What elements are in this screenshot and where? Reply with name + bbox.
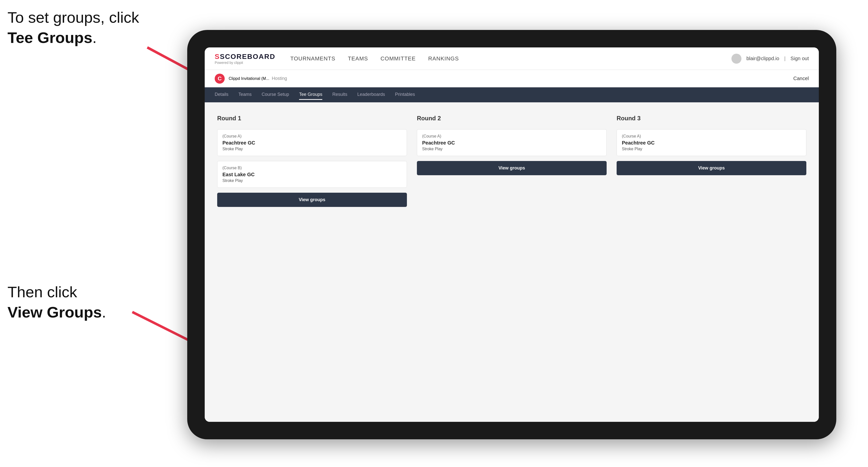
round-3-course-a-format: Stroke Play [622,147,801,151]
instruction-bottom-suffix: . [102,304,106,321]
round-1-course-a-label: (Course A) [222,134,402,138]
nav-rankings[interactable]: RANKINGS [428,54,459,64]
tab-leaderboards[interactable]: Leaderboards [357,90,385,100]
tab-results[interactable]: Results [332,90,347,100]
user-email: blair@clippd.io [746,56,779,61]
round-1-course-a-card: (Course A) Peachtree GC Stroke Play [217,129,407,156]
logo-full: SCOREBOARD [220,53,275,60]
round-2-column: Round 2 (Course A) Peachtree GC Stroke P… [417,115,607,409]
round-3-course-a-card: (Course A) Peachtree GC Stroke Play [617,129,806,156]
sign-out-link[interactable]: Sign out [790,56,809,61]
round-3-course-a-label: (Course A) [622,134,801,138]
nav-teams[interactable]: TEAMS [348,54,368,64]
round-1-title: Round 1 [217,115,407,122]
instruction-bottom-line1: Then click [7,283,77,301]
nav-tournaments[interactable]: TOURNAMENTS [290,54,336,64]
round-1-column: Round 1 (Course A) Peachtree GC Stroke P… [217,115,407,409]
main-content: Round 1 (Course A) Peachtree GC Stroke P… [205,102,819,422]
tab-bar: Details Teams Course Setup Tee Groups Re… [205,87,819,102]
nav-links: TOURNAMENTS TEAMS COMMITTEE RANKINGS [290,54,732,64]
tournament-logo: C [215,74,225,84]
round-2-title: Round 2 [417,115,607,122]
round-1-course-b-format: Stroke Play [222,179,402,183]
round-1-course-a-format: Stroke Play [222,147,402,151]
instruction-top-line1: To set groups, click [7,9,139,26]
round-3-view-groups-button[interactable]: View groups [617,161,806,175]
round-2-course-a-label: (Course A) [422,134,601,138]
hosting-badge: Hosting [272,76,287,81]
tab-details[interactable]: Details [215,90,228,100]
round-1-view-groups-button[interactable]: View groups [217,193,407,207]
logo-c: S [215,53,220,60]
round-3-column: Round 3 (Course A) Peachtree GC Stroke P… [617,115,806,409]
round-3-course-a-name: Peachtree GC [622,140,801,146]
tab-teams[interactable]: Teams [239,90,252,100]
round-2-course-a-name: Peachtree GC [422,140,601,146]
tournament-name: Clippd Invitational (M... [229,76,269,81]
nav-committee[interactable]: COMMITTEE [380,54,416,64]
nav-right: blair@clippd.io | Sign out [732,54,809,64]
logo-sub: Powered by clippit [215,61,275,65]
instruction-bottom: Then click View Groups. [7,282,106,322]
round-2-course-a-format: Stroke Play [422,147,601,151]
logo-area: SSCOREBOARD Powered by clippit [215,53,275,65]
round-1-course-b-card: (Course B) East Lake GC Stroke Play [217,161,407,188]
tab-printables[interactable]: Printables [395,90,415,100]
round-1-course-b-name: East Lake GC [222,172,402,178]
round-3-title: Round 3 [617,115,806,122]
instruction-top-suffix: . [92,29,97,46]
tournament-initial: C [218,75,222,82]
tab-course-setup[interactable]: Course Setup [261,90,289,100]
tab-tee-groups[interactable]: Tee Groups [299,90,322,100]
round-1-course-b-label: (Course B) [222,166,402,170]
round-1-course-a-name: Peachtree GC [222,140,402,146]
logo-text: SSCOREBOARD [215,53,275,61]
instruction-top: To set groups, click Tee Groups. [7,7,139,48]
cancel-button[interactable]: Cancel [793,75,809,81]
instruction-bottom-line2: View Groups [7,304,102,321]
instruction-top-line2: Tee Groups [7,29,92,46]
sub-header: C Clippd Invitational (M... Hosting Canc… [205,70,819,87]
round-2-course-a-card: (Course A) Peachtree GC Stroke Play [417,129,607,156]
top-nav: SSCOREBOARD Powered by clippit TOURNAMEN… [205,48,819,70]
tablet-screen: SSCOREBOARD Powered by clippit TOURNAMEN… [205,48,819,422]
round-2-view-groups-button[interactable]: View groups [417,161,607,175]
user-avatar [732,54,741,64]
tablet-frame: SSCOREBOARD Powered by clippit TOURNAMEN… [187,30,836,439]
